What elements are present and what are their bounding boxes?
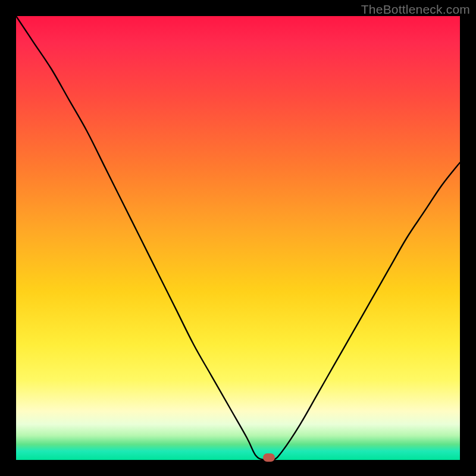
watermark-text: TheBottleneck.com	[361, 2, 470, 17]
bottleneck-curve	[16, 16, 460, 460]
plot-area	[16, 16, 460, 460]
optimal-point-marker	[263, 453, 275, 462]
chart-frame: TheBottleneck.com	[0, 0, 476, 476]
